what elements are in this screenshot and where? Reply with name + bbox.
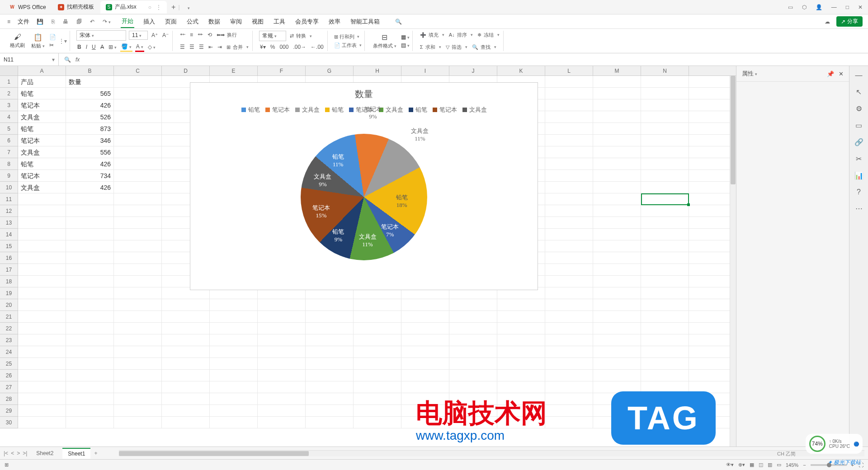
cell[interactable] <box>641 276 689 287</box>
cell[interactable] <box>306 381 354 393</box>
cell[interactable] <box>66 370 114 381</box>
cell[interactable] <box>497 346 545 357</box>
cell[interactable] <box>18 287 66 299</box>
export-icon[interactable]: ⎘ <box>50 18 57 26</box>
cell[interactable] <box>545 217 593 228</box>
cell[interactable]: 铅笔 <box>18 123 66 134</box>
col-header-D[interactable]: D <box>162 66 210 75</box>
cell[interactable] <box>258 393 306 404</box>
zoom-slider[interactable] <box>811 464 847 466</box>
sheet-next-icon[interactable]: > <box>17 450 20 456</box>
cell[interactable] <box>545 323 593 334</box>
cell[interactable] <box>114 205 162 216</box>
cell[interactable] <box>162 358 210 369</box>
cell[interactable] <box>641 229 689 240</box>
cell[interactable] <box>593 276 641 287</box>
cell[interactable] <box>306 323 354 334</box>
cell[interactable] <box>593 334 641 346</box>
cell[interactable] <box>641 334 689 346</box>
col-header-E[interactable]: E <box>210 66 258 75</box>
row-header-28[interactable]: 28 <box>0 393 18 405</box>
cell[interactable] <box>449 346 497 357</box>
cell[interactable] <box>162 323 210 334</box>
cell[interactable] <box>114 299 162 310</box>
cell[interactable] <box>258 299 306 310</box>
cell[interactable] <box>641 123 689 134</box>
cell[interactable] <box>593 111 641 122</box>
cell[interactable]: 426 <box>66 158 114 169</box>
cell[interactable] <box>593 311 641 322</box>
cell[interactable] <box>210 311 258 322</box>
cell[interactable] <box>258 417 306 428</box>
cell[interactable] <box>258 323 306 334</box>
cell[interactable] <box>114 146 162 158</box>
sheet-first-icon[interactable]: |< <box>4 450 8 456</box>
cell[interactable] <box>401 299 449 310</box>
cell[interactable] <box>114 182 162 193</box>
cell[interactable] <box>66 358 114 369</box>
redo-icon[interactable]: ↷ <box>101 18 113 26</box>
cell[interactable] <box>449 358 497 369</box>
cell[interactable] <box>641 170 689 181</box>
cell[interactable]: 873 <box>66 123 114 134</box>
cell[interactable] <box>114 334 162 346</box>
align-top-icon[interactable]: ⬴ <box>179 31 186 39</box>
sheet-prev-icon[interactable]: < <box>11 450 14 456</box>
font-color-button[interactable]: A <box>135 42 144 52</box>
cell[interactable] <box>306 334 354 346</box>
cell[interactable] <box>354 417 401 428</box>
cell[interactable]: 笔记本 <box>18 135 66 146</box>
align-bottom-icon[interactable]: ⬵ <box>197 31 204 39</box>
col-header-I[interactable]: I <box>401 66 449 75</box>
row-header-26[interactable]: 26 <box>0 370 18 381</box>
cell[interactable] <box>258 405 306 416</box>
cell[interactable] <box>306 299 354 310</box>
row-header-15[interactable]: 15 <box>0 240 18 252</box>
cell[interactable] <box>593 123 641 134</box>
minimize-button[interactable]: — <box>830 2 839 12</box>
close-panel-icon[interactable]: ✕ <box>839 70 844 77</box>
cell[interactable] <box>306 370 354 381</box>
cell[interactable] <box>401 358 449 369</box>
bold-button[interactable]: B <box>76 43 82 51</box>
cloud-icon[interactable]: ☁ <box>823 18 832 26</box>
cell[interactable] <box>114 123 162 134</box>
cell[interactable] <box>641 182 689 193</box>
cell[interactable] <box>545 299 593 310</box>
increase-indent-icon[interactable]: ⇥ <box>217 43 223 51</box>
cell[interactable] <box>18 217 66 228</box>
cell[interactable] <box>66 229 114 240</box>
view-pagebreak-icon[interactable]: ◫ <box>759 462 763 468</box>
horizontal-scrollbar[interactable] <box>119 450 864 456</box>
cell[interactable] <box>354 405 401 416</box>
conditional-format-button[interactable]: ⊟条件格式 <box>371 32 398 50</box>
cell[interactable] <box>162 370 210 381</box>
cell[interactable] <box>545 370 593 381</box>
view-normal-icon[interactable]: ▦ <box>750 462 754 468</box>
row-header-10[interactable]: 10 <box>0 182 18 193</box>
cell[interactable] <box>18 311 66 322</box>
cell[interactable] <box>114 193 162 205</box>
cell[interactable] <box>162 405 210 416</box>
cell[interactable] <box>18 299 66 310</box>
cell[interactable] <box>593 99 641 111</box>
cell[interactable] <box>641 146 689 158</box>
view-adjust-icon[interactable]: ⊕▾ <box>738 462 745 468</box>
save-icon[interactable]: 💾 <box>35 18 45 26</box>
cell[interactable] <box>66 334 114 346</box>
cell[interactable] <box>449 370 497 381</box>
col-header-C[interactable]: C <box>114 66 162 75</box>
row-header-2[interactable]: 2 <box>0 88 18 99</box>
search-icon[interactable]: 🔍 <box>393 18 404 26</box>
filter-button[interactable]: ▽ 筛选 <box>445 42 468 52</box>
cell[interactable]: 526 <box>66 111 114 122</box>
row-header-27[interactable]: 27 <box>0 381 18 393</box>
align-left-icon[interactable]: ☰ <box>179 43 186 51</box>
view-layout-icon[interactable]: ▥ <box>768 462 772 468</box>
currency-icon[interactable]: ¥▾ <box>259 43 267 51</box>
freeze-button[interactable]: ❄ 冻结 <box>476 30 500 40</box>
cell[interactable] <box>641 287 689 299</box>
cell[interactable] <box>354 393 401 404</box>
increase-decimal-icon[interactable]: .00→ <box>292 43 307 51</box>
cell[interactable] <box>593 76 641 87</box>
